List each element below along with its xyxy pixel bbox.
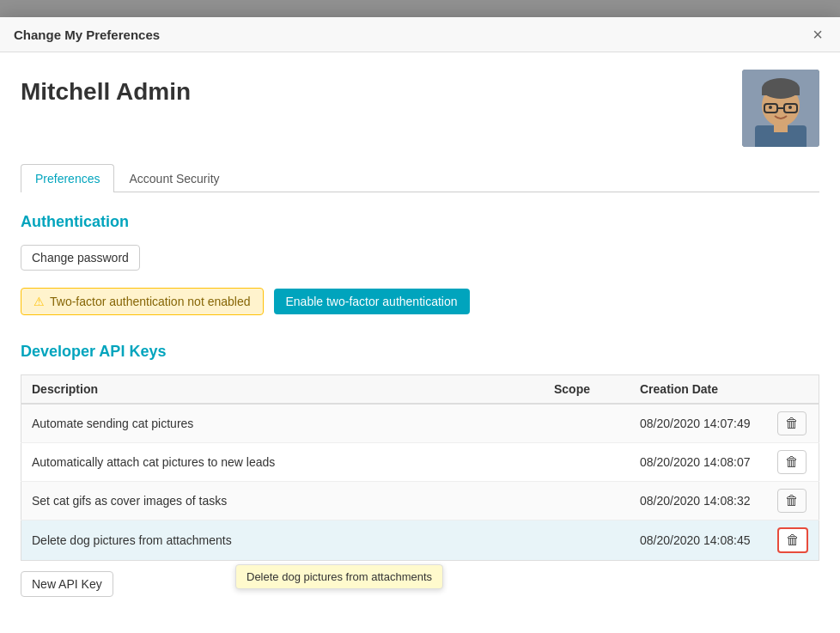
table-row: Automate sending cat pictures 08/20/2020… <box>21 404 819 443</box>
trash-icon: 🗑 <box>785 493 799 508</box>
row-actions: 🗑 <box>767 404 819 443</box>
row-description: Automatically attach cat pictures to new… <box>21 443 545 482</box>
row-actions: 🗑 <box>767 443 819 482</box>
modal-overlay: Change My Preferences × Mitchell Admin <box>0 0 840 633</box>
modal-header: Change My Preferences × <box>0 17 840 52</box>
col-description: Description <box>21 375 545 405</box>
row-date: 08/20/2020 14:08:32 <box>630 482 767 520</box>
tabs-container: Preferences Account Security <box>21 164 819 192</box>
col-actions <box>767 375 819 405</box>
two-factor-warning-text: Two-factor authentication not enabled <box>50 295 251 308</box>
avatar-image <box>742 70 819 147</box>
api-keys-title: Developer API Keys <box>21 343 819 361</box>
close-button[interactable]: × <box>809 26 826 43</box>
api-keys-table: Description Scope Creation Date Automate… <box>21 374 819 561</box>
api-keys-section: Developer API Keys Description Scope Cre… <box>21 343 819 597</box>
two-factor-row: ⚠ Two-factor authentication not enabled … <box>21 288 819 315</box>
enable-2fa-button[interactable]: Enable two-factor authentication <box>274 289 470 314</box>
delete-row-3-button[interactable]: 🗑 <box>777 527 808 553</box>
row-scope <box>544 482 630 520</box>
svg-point-9 <box>769 106 772 109</box>
new-api-key-button[interactable]: New API Key <box>21 571 113 597</box>
authentication-section: Authentication Change password ⚠ Two-fac… <box>21 213 819 315</box>
svg-point-10 <box>788 106 792 109</box>
row-description: Automate sending cat pictures <box>21 404 545 443</box>
col-scope: Scope <box>544 375 630 405</box>
profile-name: Mitchell Admin <box>21 78 191 106</box>
svg-rect-5 <box>762 88 800 95</box>
table-row: Set cat gifs as cover images of tasks 08… <box>21 482 819 520</box>
avatar <box>742 70 819 147</box>
row-scope <box>544 520 630 561</box>
trash-icon: 🗑 <box>785 454 799 470</box>
authentication-title: Authentication <box>21 213 819 231</box>
modal-title: Change My Preferences <box>14 27 160 42</box>
table-row-highlighted: Delete dog pictures from attachments 08/… <box>21 520 819 561</box>
row-actions: 🗑 <box>767 482 819 520</box>
delete-row-0-button[interactable]: 🗑 <box>777 411 807 435</box>
delete-row-1-button[interactable]: 🗑 <box>777 450 807 474</box>
modal-body: Mitchell Admin <box>0 52 840 633</box>
two-factor-warning: ⚠ Two-factor authentication not enabled <box>21 288 264 315</box>
row-scope <box>544 443 630 482</box>
delete-row-2-button[interactable]: 🗑 <box>777 489 807 513</box>
trash-icon: 🗑 <box>785 416 799 431</box>
trash-icon: 🗑 <box>786 533 800 548</box>
row-scope <box>544 404 630 443</box>
preferences-modal: Change My Preferences × Mitchell Admin <box>0 17 840 633</box>
row-actions: 🗑 <box>767 520 819 561</box>
row-date: 08/20/2020 14:08:07 <box>630 443 767 482</box>
warning-icon: ⚠ <box>33 295 45 308</box>
col-creation-date: Creation Date <box>630 375 767 405</box>
profile-section: Mitchell Admin <box>21 70 819 147</box>
row-description: Delete dog pictures from attachments <box>21 520 545 561</box>
tab-preferences[interactable]: Preferences <box>21 164 114 192</box>
row-date: 08/20/2020 14:08:45 <box>630 520 767 561</box>
row-date: 08/20/2020 14:07:49 <box>630 404 767 443</box>
tab-account-security[interactable]: Account Security <box>114 164 234 192</box>
change-password-button[interactable]: Change password <box>21 245 140 271</box>
row-description: Set cat gifs as cover images of tasks <box>21 482 545 520</box>
table-header-row: Description Scope Creation Date <box>21 375 819 405</box>
delete-tooltip: Delete dog pictures from attachments <box>235 564 443 589</box>
table-row: Automatically attach cat pictures to new… <box>21 443 819 482</box>
